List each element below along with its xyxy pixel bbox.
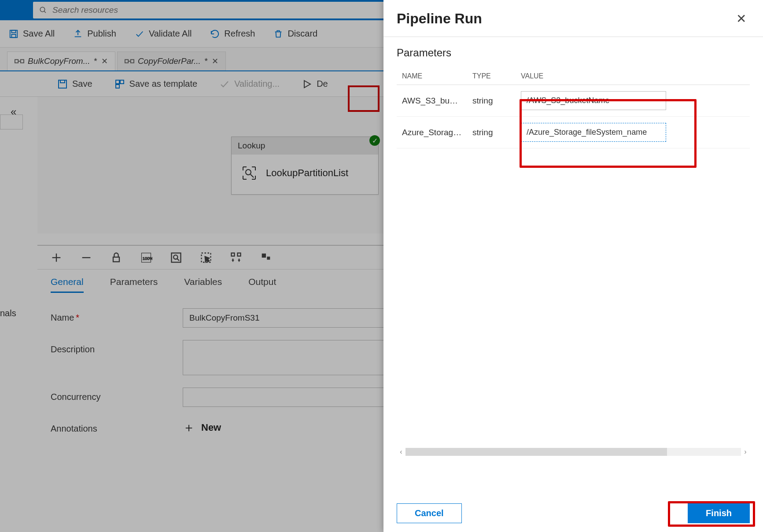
svg-rect-5 [15, 59, 18, 63]
svg-line-27 [177, 259, 179, 261]
concurrency-input[interactable] [183, 388, 412, 407]
tab-variables[interactable]: Variables [184, 277, 222, 293]
concurrency-label: Concurrency [51, 388, 183, 402]
left-panel-text: nals [0, 308, 16, 318]
svg-rect-4 [11, 34, 15, 37]
pipeline-icon [15, 57, 24, 65]
close-icon[interactable]: ✕ [212, 56, 218, 66]
refresh-label: Refresh [224, 29, 255, 39]
refresh-icon [210, 29, 220, 39]
tab-copyfolder[interactable]: CopyFolderPar... * ✕ [117, 52, 226, 70]
parameters-table: NAME TYPE VALUE AWS_S3_bucketN string Az… [397, 68, 750, 148]
svg-rect-6 [21, 59, 24, 63]
discard-button[interactable]: Discard [273, 29, 317, 39]
svg-point-26 [173, 255, 177, 259]
zoom-100-button[interactable]: 100% [139, 250, 154, 265]
svg-rect-11 [59, 80, 66, 88]
horizontal-scrollbar[interactable]: ‹ › [397, 447, 750, 457]
validate-all-button[interactable]: Validate All [135, 29, 192, 39]
publish-icon [73, 29, 83, 39]
left-panel-fragment [0, 115, 23, 129]
finish-button[interactable]: Finish [688, 503, 750, 523]
pipeline-run-panel: Pipeline Run ✕ Parameters NAME TYPE VALU… [383, 0, 763, 532]
validating-status: Validating... [219, 79, 280, 89]
tab-general[interactable]: General [51, 277, 84, 293]
tab-dirty: * [204, 56, 207, 66]
save-as-template-button[interactable]: Save as template [114, 79, 198, 89]
tab-parameters[interactable]: Parameters [110, 277, 158, 293]
svg-point-17 [246, 170, 251, 175]
close-icon[interactable]: ✕ [101, 56, 108, 66]
close-panel-button[interactable]: ✕ [733, 10, 750, 28]
svg-rect-8 [125, 59, 128, 63]
table-row: Azure_Storage_fi string [397, 117, 750, 148]
name-input[interactable] [183, 308, 412, 328]
description-label: Description [51, 340, 183, 355]
save-icon [9, 29, 18, 39]
description-input[interactable] [183, 340, 412, 375]
panel-title: Pipeline Run [397, 11, 482, 27]
add-annotation-button[interactable]: ＋ New [183, 419, 221, 436]
svg-point-0 [40, 7, 45, 12]
status-success-icon: ✓ [369, 135, 380, 146]
tab-label: CopyFolderPar... [138, 56, 201, 66]
debug-button[interactable]: De [302, 79, 328, 89]
col-value: VALUE [516, 68, 750, 85]
trash-icon [273, 29, 283, 39]
save-button[interactable]: Save [57, 79, 92, 89]
param-name: Azure_Storage_fi [397, 117, 467, 148]
activity-lookup[interactable]: Lookup ✓ LookupPartitionList [231, 137, 379, 195]
minimap-button[interactable] [258, 250, 273, 265]
lookup-icon [240, 164, 258, 182]
property-tabs: General Parameters Variables Output [37, 270, 289, 293]
parameters-heading: Parameters [397, 47, 750, 59]
save-all-button[interactable]: Save All [9, 29, 55, 39]
table-row: AWS_S3_bucketN string [397, 85, 750, 117]
param-type: string [467, 117, 516, 148]
tab-output[interactable]: Output [248, 277, 276, 293]
svg-rect-15 [116, 85, 119, 88]
name-label: Name* [51, 308, 183, 323]
zoom-out-button[interactable] [79, 250, 94, 265]
scroll-right-icon[interactable]: › [741, 448, 750, 456]
refresh-button[interactable]: Refresh [210, 29, 255, 39]
tab-dirty: * [93, 56, 96, 66]
col-name: NAME [397, 68, 467, 85]
svg-text:100%: 100% [143, 256, 152, 260]
zoom-in-button[interactable] [49, 250, 64, 265]
svg-rect-29 [232, 253, 235, 256]
save-all-label: Save All [23, 29, 55, 39]
debug-label: De [317, 79, 328, 89]
new-label: New [201, 422, 221, 433]
lock-button[interactable] [109, 250, 124, 265]
play-icon [302, 79, 312, 89]
publish-label: Publish [87, 29, 116, 39]
svg-line-18 [251, 174, 254, 177]
svg-rect-25 [172, 253, 181, 262]
tab-label: BulkCopyFrom... [28, 56, 90, 66]
svg-rect-13 [116, 80, 119, 84]
publish-button[interactable]: Publish [73, 29, 116, 39]
svg-rect-12 [60, 80, 65, 83]
auto-align-button[interactable] [229, 250, 243, 265]
pipeline-icon [125, 57, 134, 65]
svg-rect-22 [113, 257, 119, 262]
zoom-fit-button[interactable] [169, 250, 184, 265]
search-icon [39, 6, 47, 14]
svg-rect-14 [120, 80, 124, 84]
svg-rect-31 [262, 253, 266, 257]
discard-label: Discard [288, 29, 317, 39]
plus-icon: ＋ [183, 419, 195, 436]
col-type: TYPE [467, 68, 516, 85]
template-icon [114, 79, 125, 89]
param-type: string [467, 85, 516, 117]
param-value-input[interactable] [521, 123, 666, 142]
tab-bulkcopy[interactable]: BulkCopyFrom... * ✕ [7, 52, 115, 70]
check-icon [219, 79, 230, 89]
svg-rect-32 [267, 256, 270, 259]
cancel-button[interactable]: Cancel [397, 503, 462, 523]
param-value-input[interactable] [521, 91, 666, 110]
save-icon [57, 79, 68, 89]
scroll-left-icon[interactable]: ‹ [397, 448, 405, 456]
select-button[interactable] [199, 250, 214, 265]
